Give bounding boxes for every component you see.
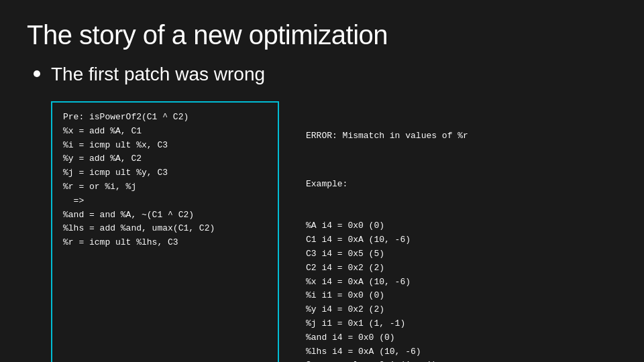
page-title: The story of a new optimization — [27, 20, 617, 50]
content-area: Pre: isPowerOf2(C1 ^ C2) %x = add %A, C1… — [51, 101, 617, 362]
code-box: Pre: isPowerOf2(C1 ^ C2) %x = add %A, C1… — [51, 101, 279, 362]
bullet-text: The first patch was wrong — [51, 64, 265, 85]
bullet-section: The first patch was wrong — [34, 64, 617, 85]
bullet-dot — [34, 70, 40, 77]
example-label: Example: — [306, 178, 468, 192]
error-lines: %A i4 = 0x0 (0) C1 i4 = 0xA (10, -6) C3 … — [306, 219, 468, 362]
error-section: ERROR: Mismatch in values of %r Example:… — [306, 101, 468, 362]
error-title: ERROR: Mismatch in values of %r — [306, 129, 468, 143]
